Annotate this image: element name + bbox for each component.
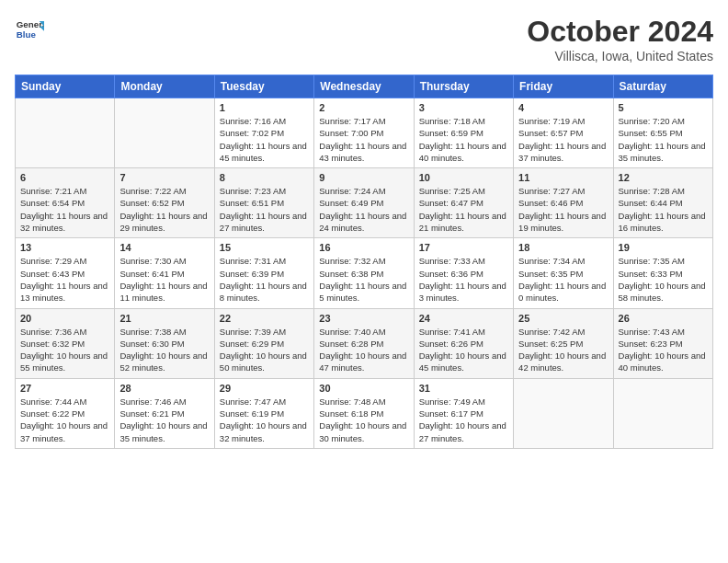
day-info: Sunrise: 7:36 AM Sunset: 6:32 PM Dayligh…	[20, 326, 109, 374]
calendar-week-row: 1Sunrise: 7:16 AM Sunset: 7:02 PM Daylig…	[16, 98, 713, 168]
day-info: Sunrise: 7:30 AM Sunset: 6:41 PM Dayligh…	[119, 255, 209, 304]
calendar-cell: 28Sunrise: 7:46 AM Sunset: 6:21 PM Dayli…	[115, 378, 214, 448]
calendar-cell: 31Sunrise: 7:49 AM Sunset: 6:17 PM Dayli…	[414, 378, 513, 448]
calendar-week-row: 13Sunrise: 7:29 AM Sunset: 6:43 PM Dayli…	[16, 238, 713, 308]
weekday-header: Monday	[115, 75, 214, 98]
day-info: Sunrise: 7:32 AM Sunset: 6:38 PM Dayligh…	[319, 255, 408, 304]
day-info: Sunrise: 7:47 AM Sunset: 6:19 PM Dayligh…	[220, 396, 309, 444]
day-info: Sunrise: 7:42 AM Sunset: 6:25 PM Dayligh…	[518, 326, 608, 374]
day-number: 21	[119, 313, 209, 324]
day-info: Sunrise: 7:40 AM Sunset: 6:28 PM Dayligh…	[319, 326, 408, 374]
calendar-table: SundayMondayTuesdayWednesdayThursdayFrid…	[15, 75, 713, 449]
day-info: Sunrise: 7:17 AM Sunset: 7:00 PM Dayligh…	[319, 115, 408, 164]
day-number: 10	[419, 172, 508, 183]
day-info: Sunrise: 7:20 AM Sunset: 6:55 PM Dayligh…	[619, 115, 708, 164]
day-info: Sunrise: 7:28 AM Sunset: 6:44 PM Dayligh…	[619, 185, 708, 234]
calendar-cell	[613, 378, 712, 448]
day-info: Sunrise: 7:24 AM Sunset: 6:49 PM Dayligh…	[319, 185, 408, 234]
title-block: October 2024 Villisca, Iowa, United Stat…	[527, 15, 713, 63]
weekday-header: Saturday	[613, 75, 712, 98]
day-number: 19	[619, 242, 708, 253]
calendar-cell: 22Sunrise: 7:39 AM Sunset: 6:29 PM Dayli…	[214, 308, 313, 378]
weekday-header-row: SundayMondayTuesdayWednesdayThursdayFrid…	[16, 75, 713, 98]
day-number: 15	[220, 242, 309, 253]
day-info: Sunrise: 7:22 AM Sunset: 6:52 PM Dayligh…	[119, 185, 209, 234]
day-number: 4	[518, 102, 608, 113]
calendar-cell: 23Sunrise: 7:40 AM Sunset: 6:28 PM Dayli…	[314, 308, 414, 378]
day-number: 22	[220, 313, 309, 324]
calendar-cell: 15Sunrise: 7:31 AM Sunset: 6:39 PM Dayli…	[214, 238, 313, 308]
day-number: 1	[220, 102, 309, 113]
day-info: Sunrise: 7:43 AM Sunset: 6:23 PM Dayligh…	[619, 326, 708, 374]
day-info: Sunrise: 7:33 AM Sunset: 6:36 PM Dayligh…	[419, 255, 508, 304]
calendar-cell	[115, 98, 214, 168]
day-info: Sunrise: 7:46 AM Sunset: 6:21 PM Dayligh…	[119, 396, 209, 444]
day-number: 5	[619, 102, 708, 113]
calendar-cell: 4Sunrise: 7:19 AM Sunset: 6:57 PM Daylig…	[514, 98, 613, 168]
day-info: Sunrise: 7:44 AM Sunset: 6:22 PM Dayligh…	[20, 396, 109, 444]
day-number: 14	[119, 242, 209, 253]
calendar-cell: 8Sunrise: 7:23 AM Sunset: 6:51 PM Daylig…	[214, 168, 313, 238]
calendar-cell: 7Sunrise: 7:22 AM Sunset: 6:52 PM Daylig…	[115, 168, 214, 238]
day-info: Sunrise: 7:23 AM Sunset: 6:51 PM Dayligh…	[220, 185, 309, 234]
day-number: 25	[518, 313, 608, 324]
day-number: 31	[419, 383, 508, 394]
day-number: 30	[319, 383, 408, 394]
day-number: 11	[518, 172, 608, 183]
day-number: 23	[319, 313, 408, 324]
calendar-cell: 12Sunrise: 7:28 AM Sunset: 6:44 PM Dayli…	[613, 168, 712, 238]
svg-text:Blue: Blue	[17, 29, 37, 40]
calendar-cell: 9Sunrise: 7:24 AM Sunset: 6:49 PM Daylig…	[314, 168, 414, 238]
day-number: 6	[20, 172, 109, 183]
day-info: Sunrise: 7:41 AM Sunset: 6:26 PM Dayligh…	[419, 326, 508, 374]
calendar-week-row: 27Sunrise: 7:44 AM Sunset: 6:22 PM Dayli…	[16, 378, 713, 448]
day-number: 17	[419, 242, 508, 253]
weekday-header: Sunday	[16, 75, 115, 98]
calendar-week-row: 20Sunrise: 7:36 AM Sunset: 6:32 PM Dayli…	[16, 308, 713, 378]
calendar-cell	[514, 378, 613, 448]
day-info: Sunrise: 7:16 AM Sunset: 7:02 PM Dayligh…	[220, 115, 309, 164]
calendar-week-row: 6Sunrise: 7:21 AM Sunset: 6:54 PM Daylig…	[16, 168, 713, 238]
calendar-cell: 26Sunrise: 7:43 AM Sunset: 6:23 PM Dayli…	[613, 308, 712, 378]
day-number: 24	[419, 313, 508, 324]
day-info: Sunrise: 7:27 AM Sunset: 6:46 PM Dayligh…	[518, 185, 608, 234]
calendar-cell: 6Sunrise: 7:21 AM Sunset: 6:54 PM Daylig…	[16, 168, 115, 238]
calendar-cell: 30Sunrise: 7:48 AM Sunset: 6:18 PM Dayli…	[314, 378, 414, 448]
calendar-cell: 19Sunrise: 7:35 AM Sunset: 6:33 PM Dayli…	[613, 238, 712, 308]
calendar-cell: 27Sunrise: 7:44 AM Sunset: 6:22 PM Dayli…	[16, 378, 115, 448]
day-info: Sunrise: 7:25 AM Sunset: 6:47 PM Dayligh…	[419, 185, 508, 234]
day-info: Sunrise: 7:21 AM Sunset: 6:54 PM Dayligh…	[20, 185, 109, 234]
day-number: 9	[319, 172, 408, 183]
weekday-header: Tuesday	[214, 75, 313, 98]
day-number: 7	[119, 172, 209, 183]
weekday-header: Wednesday	[314, 75, 414, 98]
day-info: Sunrise: 7:38 AM Sunset: 6:30 PM Dayligh…	[119, 326, 209, 374]
day-number: 20	[20, 313, 109, 324]
day-number: 29	[220, 383, 309, 394]
day-info: Sunrise: 7:49 AM Sunset: 6:17 PM Dayligh…	[419, 396, 508, 444]
page-header: General Blue October 2024 Villisca, Iowa…	[15, 15, 713, 63]
day-number: 18	[518, 242, 608, 253]
calendar-cell: 3Sunrise: 7:18 AM Sunset: 6:59 PM Daylig…	[414, 98, 513, 168]
calendar-cell: 2Sunrise: 7:17 AM Sunset: 7:00 PM Daylig…	[314, 98, 414, 168]
day-number: 3	[419, 102, 508, 113]
calendar-cell: 21Sunrise: 7:38 AM Sunset: 6:30 PM Dayli…	[115, 308, 214, 378]
calendar-cell: 11Sunrise: 7:27 AM Sunset: 6:46 PM Dayli…	[514, 168, 613, 238]
day-number: 28	[119, 383, 209, 394]
calendar-cell	[16, 98, 115, 168]
day-info: Sunrise: 7:19 AM Sunset: 6:57 PM Dayligh…	[518, 115, 608, 164]
day-number: 12	[619, 172, 708, 183]
calendar-cell: 17Sunrise: 7:33 AM Sunset: 6:36 PM Dayli…	[414, 238, 513, 308]
day-number: 27	[20, 383, 109, 394]
weekday-header: Friday	[514, 75, 613, 98]
day-number: 2	[319, 102, 408, 113]
calendar-cell: 10Sunrise: 7:25 AM Sunset: 6:47 PM Dayli…	[414, 168, 513, 238]
day-info: Sunrise: 7:34 AM Sunset: 6:35 PM Dayligh…	[518, 255, 608, 304]
calendar-cell: 1Sunrise: 7:16 AM Sunset: 7:02 PM Daylig…	[214, 98, 313, 168]
logo-icon: General Blue	[15, 15, 44, 44]
day-info: Sunrise: 7:18 AM Sunset: 6:59 PM Dayligh…	[419, 115, 508, 164]
calendar-cell: 25Sunrise: 7:42 AM Sunset: 6:25 PM Dayli…	[514, 308, 613, 378]
calendar-cell: 16Sunrise: 7:32 AM Sunset: 6:38 PM Dayli…	[314, 238, 414, 308]
calendar-cell: 5Sunrise: 7:20 AM Sunset: 6:55 PM Daylig…	[613, 98, 712, 168]
month-title: October 2024	[527, 15, 713, 49]
